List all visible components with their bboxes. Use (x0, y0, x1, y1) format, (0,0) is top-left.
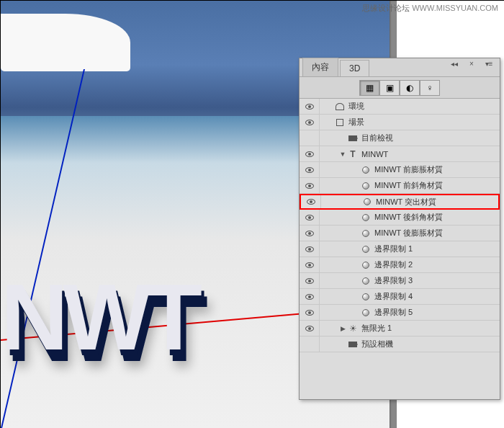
panel-tab-bar: 內容 3D ◂◂ × ▾≡ (300, 58, 500, 77)
tree-row-mat-back-bevel[interactable]: MINWT 後斜角材質 (300, 210, 500, 226)
tree-row-current-view[interactable]: 目前檢視 (300, 130, 500, 146)
visibility-toggle[interactable] (300, 162, 320, 177)
filter-bar: ▦ ▣ ◐ ♀ (300, 77, 500, 99)
row-label: 邊界限制 1 (374, 244, 500, 254)
row-label: 無限光 1 (361, 323, 500, 334)
tab-content[interactable]: 內容 (302, 58, 338, 76)
mat-icon (360, 213, 372, 223)
visibility-toggle[interactable] (300, 146, 320, 161)
visibility-toggle[interactable] (300, 178, 320, 193)
tree-row-scene[interactable]: 場景 (300, 115, 500, 130)
mesh-icon: ▣ (386, 83, 394, 93)
mat-icon (360, 181, 372, 191)
tree-row-bound-2[interactable]: 邊界限制 2 (300, 257, 500, 273)
visibility-toggle[interactable] (300, 273, 320, 288)
env-icon (334, 102, 346, 112)
tree-row-default-camera[interactable]: 預設相機 (300, 336, 500, 352)
visibility-toggle[interactable] (300, 305, 320, 320)
watermark-en: WWW.MISSYUAN.COM (412, 4, 498, 12)
visibility-toggle[interactable] (300, 241, 320, 257)
tree-row-bound-4[interactable]: 邊界限制 4 (300, 289, 500, 305)
panel-controls: ◂◂ × ▾≡ (446, 60, 497, 70)
visibility-toggle[interactable] (300, 226, 320, 241)
mat-icon (360, 260, 372, 270)
toggle-arrow[interactable]: ▶ (338, 325, 347, 332)
eye-icon (305, 120, 314, 125)
row-label: 邊界限制 4 (374, 291, 500, 302)
row-label: MINWT 後膨脹材質 (374, 228, 500, 238)
watermark: 思缘设计论坛 WWW.MISSYUAN.COM (362, 3, 498, 14)
mat-icon (361, 197, 373, 207)
row-label: 預設相機 (361, 339, 500, 349)
eye-icon (305, 294, 314, 300)
cam-icon (347, 133, 359, 143)
filter-material-button[interactable]: ◐ (400, 80, 420, 96)
text-icon: T (347, 149, 359, 159)
row-label: MINWT 突出材質 (376, 197, 498, 208)
material-icon: ◐ (406, 83, 413, 93)
eye-icon (305, 326, 314, 331)
visibility-toggle[interactable] (300, 99, 320, 114)
mat-icon (360, 292, 372, 302)
row-label: 邊界限制 3 (374, 275, 500, 286)
row-label: 邊界限制 2 (374, 259, 500, 270)
eye-icon (305, 278, 314, 284)
eye-icon (305, 231, 314, 236)
scene-icon (334, 117, 346, 128)
mat-icon (360, 244, 372, 254)
visibility-toggle[interactable] (301, 195, 321, 208)
3d-text-object[interactable]: NWT (1, 263, 197, 371)
mat-icon (360, 276, 372, 286)
filter-light-button[interactable]: ♀ (420, 80, 440, 96)
visibility-toggle[interactable] (300, 210, 320, 225)
row-label: MINWT 後斜角材質 (374, 212, 500, 223)
menu-icon[interactable]: ▾≡ (481, 60, 497, 70)
eye-icon (305, 104, 314, 110)
visibility-toggle[interactable] (300, 115, 320, 130)
visibility-toggle[interactable] (300, 336, 320, 352)
mat-icon (360, 165, 372, 175)
tree-row-minwt[interactable]: ▼TMINWT (300, 146, 500, 162)
visibility-toggle[interactable] (300, 257, 320, 272)
scene-tree[interactable]: 環境場景目前檢視▼TMINWTMINWT 前膨脹材質MINWT 前斜角材質MIN… (300, 99, 500, 399)
eye-icon (305, 167, 314, 173)
row-label: MINWT 前斜角材質 (374, 180, 500, 191)
eye-icon (307, 199, 315, 205)
toggle-arrow[interactable]: ▼ (338, 151, 347, 158)
visibility-toggle[interactable] (300, 130, 320, 146)
tree-row-bound-1[interactable]: 邊界限制 1 (300, 241, 500, 257)
row-label: MINWT 前膨脹材質 (374, 164, 500, 175)
light-icon: ☀ (347, 324, 359, 334)
row-label: 邊界限制 5 (374, 307, 500, 318)
tree-row-bound-5[interactable]: 邊界限制 5 (300, 305, 500, 321)
3d-panel[interactable]: 內容 3D ◂◂ × ▾≡ ▦ ▣ ◐ ♀ 環境場景目前檢視▼TMINWTMIN… (299, 58, 500, 400)
cam-icon (347, 339, 359, 349)
eye-icon (305, 151, 314, 157)
visibility-toggle[interactable] (300, 289, 320, 304)
row-label: 環境 (348, 101, 500, 112)
filter-scene-button[interactable]: ▦ (359, 80, 379, 96)
tree-row-mat-front-bevel[interactable]: MINWT 前斜角材質 (300, 178, 500, 194)
eye-icon (305, 215, 314, 220)
row-label: 場景 (348, 117, 500, 128)
tree-row-mat-back-inflation[interactable]: MINWT 後膨脹材質 (300, 226, 500, 241)
collapse-icon[interactable]: ◂◂ (446, 60, 462, 70)
tab-3d[interactable]: 3D (340, 60, 369, 76)
tree-row-mat-extrusion[interactable]: MINWT 突出材質 (300, 194, 500, 210)
eye-icon (305, 246, 314, 252)
eye-icon (305, 183, 314, 189)
eye-icon (305, 262, 314, 268)
tree-row-bound-3[interactable]: 邊界限制 3 (300, 273, 500, 289)
mat-icon (360, 308, 372, 318)
tree-row-environment[interactable]: 環境 (300, 99, 500, 115)
filter-mesh-button[interactable]: ▣ (379, 80, 400, 96)
umbrella-graphic (1, 14, 130, 71)
watermark-cn: 思缘设计论坛 (362, 4, 410, 12)
visibility-toggle[interactable] (300, 321, 320, 336)
tree-row-infinite-light-1[interactable]: ▶☀無限光 1 (300, 321, 500, 336)
mat-icon (360, 228, 372, 238)
light-icon: ♀ (427, 83, 433, 93)
row-label: 目前檢視 (361, 133, 500, 143)
tree-row-mat-front-inflation[interactable]: MINWT 前膨脹材質 (300, 162, 500, 178)
close-icon[interactable]: × (464, 60, 480, 70)
